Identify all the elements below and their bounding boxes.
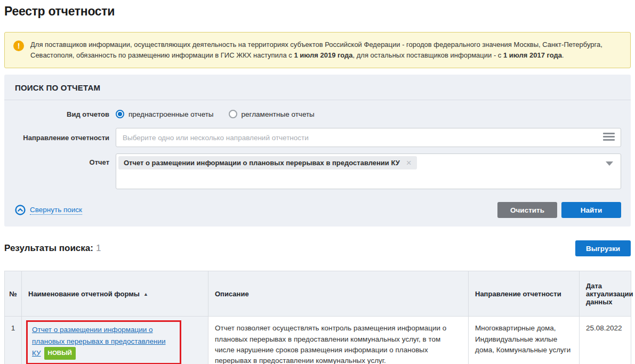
chevron-up-circle-icon <box>15 205 26 215</box>
results-header: Результаты поиска:1 Выгрузки <box>4 240 631 256</box>
clear-button[interactable]: Очистить <box>497 202 557 218</box>
row-name-cell: Отчет о размещении информации о плановых… <box>22 317 208 364</box>
selected-report-tag-label: Отчет о размещении информации о плановых… <box>124 159 400 167</box>
report-type-label: Вид отчетов <box>4 110 109 118</box>
report-row: Отчет Отчет о размещении информации о пл… <box>4 153 631 189</box>
direction-row: Направление отчетности <box>4 128 631 147</box>
column-header-name-label: Наименование отчетной формы <box>28 290 140 298</box>
close-icon[interactable]: × <box>406 159 412 167</box>
selected-report-tag: Отчет о размещении информации о плановых… <box>118 156 417 169</box>
direction-field-wrap <box>116 128 621 147</box>
new-badge: НОВЫЙ <box>44 347 76 359</box>
search-panel: ПОИСК ПО ОТЧЕТАМ Вид отчетов преднастрое… <box>4 75 631 227</box>
exports-button[interactable]: Выгрузки <box>575 240 631 256</box>
column-header-num: № <box>5 271 22 317</box>
results-count: 1 <box>96 243 101 253</box>
direction-input[interactable] <box>116 128 621 147</box>
warning-icon: ! <box>13 41 24 51</box>
info-banner: ! Для поставщиков информации, осуществля… <box>4 32 631 68</box>
column-header-description: Описание <box>208 271 469 317</box>
banner-text: Для поставщиков информации, осуществляющ… <box>30 39 620 61</box>
radio-selected-icon[interactable] <box>116 110 124 118</box>
banner-bold-date-2: 1 июля 2017 года <box>503 51 562 59</box>
sort-asc-icon[interactable]: ▲ <box>143 292 148 297</box>
row-description-cell: Отчет позволяет осуществлять контроль ра… <box>208 317 469 364</box>
highlight-red-box: Отчет о размещении информации о плановых… <box>26 320 181 364</box>
report-type-radio-group: преднастроенные отчеты регламентные отче… <box>116 110 621 118</box>
row-direction-cell: Многоквартирные дома, Индивидуальные жил… <box>469 317 580 364</box>
find-button[interactable]: Найти <box>561 202 621 218</box>
search-panel-footer: Свернуть поиск Очистить Найти <box>4 202 631 218</box>
radio-regulated-reports-label: регламентные отчеты <box>242 110 315 118</box>
report-type-row: Вид отчетов преднастроенные отчеты регла… <box>4 110 631 118</box>
search-panel-title: ПОИСК ПО ОТЧЕТАМ <box>15 83 100 92</box>
list-icon[interactable] <box>603 133 615 142</box>
report-multiselect[interactable]: Отчет о размещении информации о плановых… <box>116 153 621 189</box>
row-num-cell: 1 <box>5 317 22 364</box>
banner-text-after: . <box>562 51 564 59</box>
direction-label: Направление отчетности <box>4 134 109 142</box>
table-header-row: № Наименование отчетной формы▲ Описание … <box>5 271 631 317</box>
chevron-down-icon[interactable] <box>606 161 613 166</box>
results-label: Результаты поиска: <box>4 243 93 253</box>
search-buttons: Очистить Найти <box>497 202 621 218</box>
results-table: № Наименование отчетной формы▲ Описание … <box>4 271 631 364</box>
table-row: 1 Отчет о размещении информации о планов… <box>5 317 631 364</box>
collapse-search-label: Свернуть поиск <box>30 206 82 215</box>
page-title: Реестр отчетности <box>4 4 631 19</box>
row-updated-cell: 25.08.2022 <box>580 317 631 364</box>
column-header-name[interactable]: Наименование отчетной формы▲ <box>22 271 208 317</box>
radio-preset-reports[interactable]: преднастроенные отчеты <box>116 110 214 118</box>
column-header-updated: Дата актуализации данных <box>580 271 631 317</box>
radio-preset-reports-label: преднастроенные отчеты <box>128 110 214 118</box>
column-header-direction: Направление отчетности <box>469 271 580 317</box>
report-registry-page: Реестр отчетности ! Для поставщиков инфо… <box>0 0 635 364</box>
search-panel-header: ПОИСК ПО ОТЧЕТАМ <box>4 75 631 100</box>
collapse-search-link[interactable]: Свернуть поиск <box>15 205 82 215</box>
banner-text-middle: , для остальных поставщиков информации -… <box>352 51 503 59</box>
search-form: Вид отчетов преднастроенные отчеты регла… <box>4 100 631 218</box>
radio-dot <box>118 112 122 116</box>
radio-unselected-icon[interactable] <box>229 110 237 118</box>
radio-regulated-reports[interactable]: регламентные отчеты <box>229 110 315 118</box>
report-label: Отчет <box>4 158 109 166</box>
results-summary: Результаты поиска:1 <box>4 243 101 254</box>
banner-bold-date-1: 1 июля 2019 года <box>294 51 352 59</box>
